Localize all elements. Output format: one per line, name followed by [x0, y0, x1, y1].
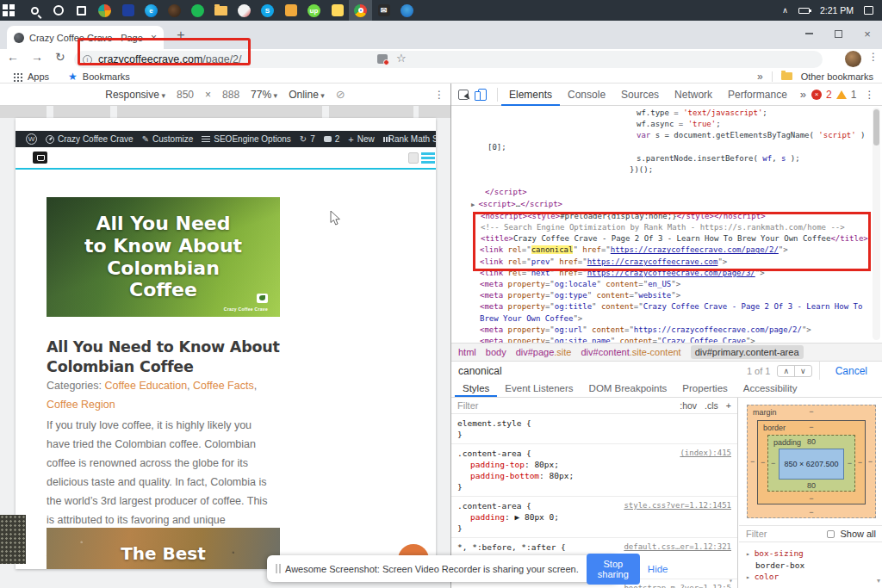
- stylesheet-link[interactable]: bootstrap.m…?ver=1.12:5: [624, 583, 731, 588]
- app-blue-icon[interactable]: [116, 0, 140, 21]
- admin-seoengine-options[interactable]: SEOEngine Options: [197, 134, 295, 144]
- devtools-tab-network[interactable]: Network: [667, 84, 720, 106]
- computed-filter-input[interactable]: Filter: [746, 529, 767, 539]
- code-line[interactable]: wf.async = 'true';: [457, 119, 871, 130]
- error-icon[interactable]: [811, 90, 822, 100]
- box-model-content[interactable]: 850 × 6207.500: [779, 449, 844, 480]
- breadcrumb-item[interactable]: html: [458, 347, 476, 357]
- style-rule[interactable]: .content-area {(index):415padding-top: 8…: [451, 444, 737, 497]
- styles-scroll-down-icon[interactable]: ▾: [729, 577, 733, 585]
- bookmark-star-icon[interactable]: [396, 52, 407, 65]
- stylesheet-link[interactable]: default.css…er=1.12:321: [624, 542, 731, 553]
- style-rule[interactable]: element.style {}: [451, 414, 737, 444]
- spotify-icon[interactable]: [186, 0, 209, 21]
- devtools-tab-sources[interactable]: Sources: [613, 84, 667, 106]
- upwork-icon[interactable]: up: [302, 0, 326, 21]
- start-button[interactable]: [0, 0, 23, 21]
- edge-icon[interactable]: e: [140, 0, 163, 21]
- hide-button[interactable]: Hide: [648, 564, 670, 574]
- box-model-margin[interactable]: margin −−−− border −−−− padding 80 80 −−…: [747, 405, 876, 518]
- device-mode-select[interactable]: Responsive: [105, 89, 165, 101]
- stylesheet-link[interactable]: (index):415: [680, 448, 731, 459]
- hov-toggle[interactable]: :hov: [680, 400, 697, 411]
- viewport-height-input[interactable]: 888: [222, 89, 239, 101]
- file-explorer-icon[interactable]: [209, 0, 233, 21]
- box-model-padding[interactable]: padding 80 80 −− 850 × 6207.500: [767, 435, 855, 492]
- code-line[interactable]: [457, 176, 871, 187]
- device-toolbar-toggle-icon[interactable]: [478, 89, 487, 101]
- computed-property[interactable]: color: [746, 571, 804, 583]
- category-link[interactable]: Coffee Facts: [193, 380, 254, 392]
- code-line[interactable]: <meta property="og:type" content="websit…: [457, 290, 871, 301]
- sidebar-tab-dom-breakpoints[interactable]: DOM Breakpoints: [581, 380, 675, 397]
- mail-icon[interactable]: ✉: [372, 0, 395, 21]
- apps-label[interactable]: Apps: [28, 71, 49, 82]
- minimize-button[interactable]: [794, 21, 823, 46]
- search-next-icon[interactable]: ∨: [794, 366, 811, 376]
- app-yellow-icon[interactable]: [279, 0, 302, 21]
- error-count[interactable]: 2: [826, 89, 832, 101]
- task-view-icon[interactable]: [70, 0, 93, 21]
- close-button[interactable]: [853, 21, 882, 46]
- new-rule-button[interactable]: +: [726, 400, 731, 411]
- breadcrumb-item[interactable]: div#content.site-content: [581, 347, 680, 357]
- admin-updates-count[interactable]: 7: [295, 134, 320, 144]
- app-dark-icon[interactable]: [163, 0, 186, 21]
- extension-badge-icon[interactable]: [377, 54, 388, 64]
- warning-icon[interactable]: [836, 90, 847, 99]
- computed-property[interactable]: box-sizing: [746, 548, 804, 560]
- reload-button[interactable]: [55, 50, 65, 64]
- code-line[interactable]: var s = document.getElementsByTagName( '…: [457, 130, 871, 141]
- code-line[interactable]: <meta property="og:url" content="https:/…: [457, 325, 871, 336]
- app-white-icon[interactable]: [233, 0, 256, 21]
- devtools-menu-icon[interactable]: [860, 89, 878, 101]
- rotate-icon[interactable]: [336, 88, 345, 101]
- zoom-select[interactable]: 77%: [251, 89, 277, 101]
- search-icon[interactable]: [23, 0, 47, 21]
- next-post-image[interactable]: The Best: [47, 528, 280, 569]
- drive-icon[interactable]: [395, 0, 419, 21]
- throttle-select[interactable]: Online: [289, 89, 325, 101]
- other-bookmarks[interactable]: Other bookmarks: [801, 71, 873, 82]
- viewport-width-input[interactable]: 850: [177, 89, 194, 101]
- sidebar-tab-styles[interactable]: Styles: [455, 380, 497, 397]
- admin-site-name[interactable]: Crazy Coffee Crave: [41, 134, 138, 144]
- devtools-tab-console[interactable]: Console: [560, 84, 613, 106]
- toast-grip-icon[interactable]: [276, 564, 277, 573]
- code-line[interactable]: [0];: [457, 142, 871, 153]
- maximize-button[interactable]: [823, 21, 853, 46]
- tray-network-icon[interactable]: [798, 8, 810, 14]
- style-rule[interactable]: .content-area {style.css?ver=1.12:1451pa…: [451, 497, 737, 538]
- code-line[interactable]: <meta property="og:site_name" content="C…: [457, 336, 871, 343]
- stylesheet-link[interactable]: style.css?ver=1.12:1451: [624, 500, 731, 511]
- browser-menu-icon[interactable]: [868, 51, 879, 63]
- search-prev-icon[interactable]: ∧: [778, 366, 794, 376]
- code-line[interactable]: s.parentNode.insertBefore( wf, s );: [457, 153, 871, 164]
- show-all-label[interactable]: Show all: [840, 529, 876, 539]
- code-line[interactable]: })();: [457, 164, 871, 176]
- apps-grid-icon[interactable]: [14, 73, 16, 75]
- forward-button[interactable]: [31, 50, 43, 64]
- category-link[interactable]: Coffee Education: [104, 380, 187, 392]
- cortana-icon[interactable]: [47, 0, 70, 21]
- search-input[interactable]: canonical: [458, 365, 502, 377]
- code-line[interactable]: ▶ <script>…</script>: [457, 199, 871, 211]
- bookmarks-star-icon[interactable]: [68, 71, 78, 83]
- post-featured-image[interactable]: All You Need to Know About Colombian Cof…: [47, 197, 280, 317]
- action-center-icon[interactable]: [864, 6, 873, 15]
- clock[interactable]: 2:21 PM: [820, 5, 854, 15]
- show-all-checkbox[interactable]: [827, 530, 835, 538]
- code-line[interactable]: </script>: [457, 187, 871, 198]
- device-toolbar-menu-icon[interactable]: [434, 89, 444, 101]
- code-line[interactable]: wf.type = 'text/javascript';: [457, 108, 871, 119]
- bookmarks-overflow-icon[interactable]: [757, 71, 763, 83]
- devtools-tab-elements[interactable]: Elements: [501, 84, 560, 106]
- inspect-element-icon[interactable]: [458, 90, 469, 100]
- breadcrumb-item[interactable]: div#page.site: [516, 347, 572, 357]
- menu-toggle[interactable]: [408, 152, 435, 164]
- sidebar-tab-accessibility[interactable]: Accessibility: [736, 380, 805, 397]
- admin-comments-count[interactable]: 2: [320, 134, 345, 144]
- computed-scroll-down-icon[interactable]: ▾: [877, 577, 880, 585]
- code-line[interactable]: <meta property="og:title" content="Crazy…: [457, 301, 871, 324]
- styles-filter-input[interactable]: Filter: [457, 400, 478, 411]
